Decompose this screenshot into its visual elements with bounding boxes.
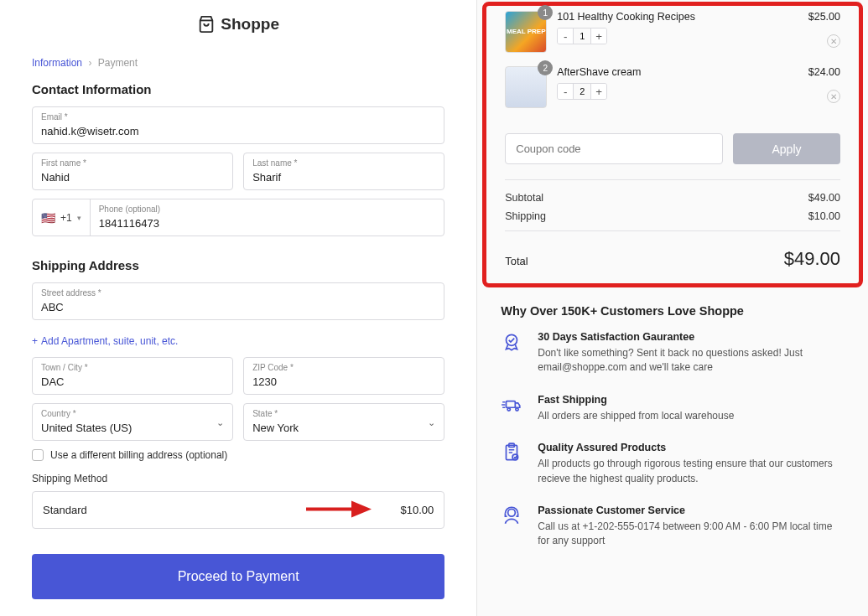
state-select[interactable]: State * ⌄: [243, 403, 444, 441]
benefit-row: Passionate Customer Service Call us at +…: [477, 505, 868, 567]
svg-marker-1: [351, 500, 372, 517]
qty-increase-button[interactable]: +: [591, 28, 606, 44]
total-label: Total: [505, 255, 528, 267]
phone-field-wrap[interactable]: 🇺🇸 +1 ▾ Phone (optional): [32, 199, 444, 236]
phone-input[interactable]: [99, 217, 436, 230]
phone-country-select[interactable]: 🇺🇸 +1 ▾: [33, 199, 91, 236]
different-billing-checkbox-row[interactable]: Use a different billing address (optiona…: [32, 449, 444, 461]
brand-name: Shoppe: [221, 15, 279, 34]
annotation-arrow-icon: [304, 499, 372, 521]
qty-increase-button[interactable]: +: [591, 84, 606, 99]
street-input[interactable]: [41, 301, 435, 313]
support-headset-icon: [501, 505, 524, 549]
benefit-title: 30 Days Satisfaction Gaurantee: [538, 331, 845, 343]
qty-decrease-button[interactable]: -: [558, 84, 573, 99]
benefit-text: Don't like something? Sent it back no qu…: [538, 346, 845, 375]
coupon-code-input[interactable]: [505, 133, 723, 164]
first-name-input[interactable]: [41, 171, 224, 184]
add-apartment-label: Add Apartment, suite, unit, etc.: [41, 335, 178, 347]
svg-point-5: [516, 408, 518, 411]
benefit-title: Quality Assured Products: [538, 442, 845, 453]
shipping-label: Shipping: [505, 210, 546, 222]
brand-logo-row: Shoppe: [32, 15, 444, 37]
last-name-input[interactable]: [252, 171, 435, 184]
svg-rect-3: [507, 401, 516, 407]
country-select[interactable]: Country * ⌄: [32, 403, 233, 441]
benefit-row: 30 Days Satisfaction Gaurantee Don't lik…: [477, 331, 868, 394]
qty-badge: 2: [538, 60, 553, 75]
brand-logo: Shoppe: [197, 15, 279, 34]
chevron-right-icon: ›: [88, 57, 91, 69]
plus-icon: +: [32, 335, 38, 347]
subtotal-value: $49.00: [808, 192, 840, 204]
qty-value: 1: [573, 28, 591, 44]
first-name-field-wrap[interactable]: First name *: [32, 153, 233, 190]
quantity-stepper[interactable]: - 1 +: [557, 28, 607, 44]
state-value[interactable]: [252, 422, 435, 434]
order-summary-panel: MEAL PREP 1 101 Healthy Cooking Recipes …: [477, 0, 868, 616]
qty-decrease-button[interactable]: -: [558, 28, 573, 44]
benefit-text: Call us at +1-202-555-0174 between 9:00 …: [538, 520, 845, 549]
city-field-wrap[interactable]: Town / City *: [32, 357, 233, 395]
qty-value: 2: [573, 84, 591, 99]
email-input[interactable]: [41, 125, 435, 137]
remove-item-button[interactable]: ✕: [827, 34, 840, 48]
checkout-form-panel: Shoppe Information › Payment Contact Inf…: [0, 0, 477, 616]
cart-item-name: AfterShave cream: [557, 66, 798, 78]
us-flag-icon: 🇺🇸: [41, 211, 55, 225]
checkbox-icon[interactable]: [32, 449, 44, 461]
cart-item: 2 AfterShave cream - 2 + $24.00 ✕: [505, 63, 840, 118]
shipping-method-name: Standard: [43, 504, 87, 516]
apply-coupon-button[interactable]: Apply: [733, 133, 840, 164]
benefit-text: All orders are shipped from local wareho…: [538, 409, 734, 423]
cart-item: MEAL PREP 1 101 Healthy Cooking Recipes …: [505, 8, 840, 63]
proceed-to-payment-button[interactable]: Proceed to Payment: [32, 554, 444, 599]
svg-point-9: [508, 509, 516, 516]
shopping-bag-icon: [197, 15, 216, 34]
first-name-label: First name *: [41, 158, 224, 168]
email-label: Email *: [41, 112, 435, 122]
benefits-heading: Why Over 150K+ Customers Love Shoppe: [501, 304, 845, 318]
email-field-wrap[interactable]: Email *: [32, 106, 444, 144]
subtotal-label: Subtotal: [505, 192, 543, 204]
guarantee-badge-icon: [501, 331, 524, 375]
clipboard-check-icon: [501, 442, 524, 486]
breadcrumb-current[interactable]: Information: [32, 57, 82, 69]
shipping-method-price: $10.00: [400, 504, 434, 516]
qty-badge: 1: [538, 5, 553, 20]
cart-item-name: 101 Healthy Cooking Recipes: [557, 11, 798, 23]
shipping-method-heading: Shipping Method: [32, 473, 444, 484]
street-field-wrap[interactable]: Street address *: [32, 282, 444, 320]
last-name-label: Last name *: [252, 158, 435, 168]
quantity-stepper[interactable]: - 2 +: [557, 83, 607, 100]
contact-heading: Contact Information: [32, 82, 444, 96]
benefit-row: Fast Shipping All orders are shipped fro…: [477, 394, 868, 442]
breadcrumb-next[interactable]: Payment: [98, 57, 138, 69]
benefit-text: All products go through rigorous testing…: [538, 457, 845, 486]
country-value[interactable]: [41, 422, 224, 434]
fast-shipping-icon: [501, 394, 524, 423]
different-billing-label: Use a different billing address (optiona…: [50, 449, 227, 461]
country-label: Country *: [41, 409, 224, 418]
benefit-title: Fast Shipping: [538, 394, 734, 406]
benefit-row: Quality Assured Products All products go…: [477, 442, 868, 505]
shipping-method-option[interactable]: Standard $10.00: [32, 491, 444, 529]
city-input[interactable]: [41, 375, 224, 388]
remove-item-button[interactable]: ✕: [827, 90, 840, 103]
last-name-field-wrap[interactable]: Last name *: [243, 153, 444, 190]
svg-point-4: [507, 408, 510, 411]
city-label: Town / City *: [41, 363, 224, 372]
total-value: $49.00: [784, 248, 840, 270]
phone-prefix: +1: [60, 212, 72, 224]
add-apartment-link[interactable]: + Add Apartment, suite, unit, etc.: [32, 335, 178, 347]
zip-label: ZIP Code *: [252, 363, 435, 372]
shipping-heading: Shipping Address: [32, 258, 444, 272]
shipping-value: $10.00: [808, 210, 840, 222]
street-label: Street address *: [41, 288, 435, 298]
benefit-title: Passionate Customer Service: [538, 505, 845, 516]
state-label: State *: [252, 409, 435, 418]
zip-field-wrap[interactable]: ZIP Code *: [243, 357, 444, 395]
breadcrumb: Information › Payment: [32, 57, 444, 69]
zip-input[interactable]: [252, 375, 435, 388]
chevron-down-icon: ▾: [77, 214, 81, 222]
